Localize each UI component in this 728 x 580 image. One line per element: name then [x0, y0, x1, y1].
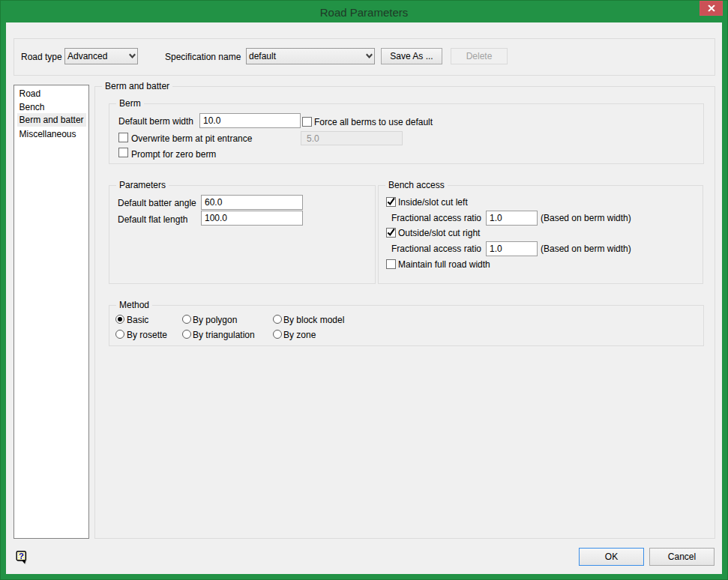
svg-text:?: ? [19, 552, 24, 561]
